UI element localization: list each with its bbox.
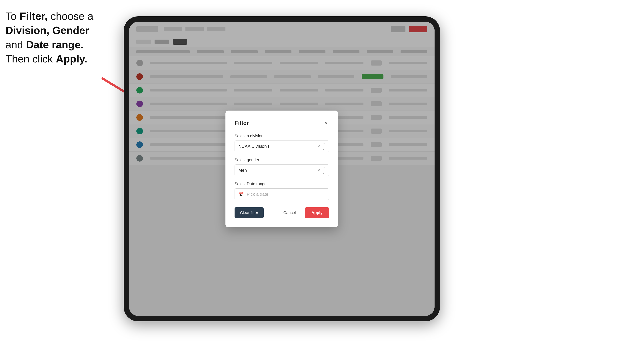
cancel-button[interactable]: Cancel xyxy=(278,207,301,218)
modal-overlay: Filter × Select a division NCAA Division… xyxy=(129,22,434,316)
gender-label: Select gender xyxy=(234,158,329,162)
division-clear-icon[interactable]: × xyxy=(318,144,320,149)
footer-right: Cancel Apply xyxy=(278,207,329,218)
instruction-line2: Division, Gender xyxy=(6,23,114,37)
filter-modal: Filter × Select a division NCAA Division… xyxy=(226,111,338,227)
tablet-screen: Filter × Select a division NCAA Division… xyxy=(129,22,434,316)
clear-filter-button[interactable]: Clear filter xyxy=(234,207,264,218)
modal-footer: Clear filter Cancel Apply xyxy=(234,207,329,218)
division-selected-value: NCAA Division I xyxy=(238,144,269,149)
gender-clear-icon[interactable]: × xyxy=(318,168,320,173)
division-select[interactable]: NCAA Division I × ⌃⌄ xyxy=(234,141,329,152)
apply-button[interactable]: Apply xyxy=(305,207,329,218)
division-label: Select a division xyxy=(234,134,329,138)
division-arrow-icon: ⌃⌄ xyxy=(322,142,325,151)
calendar-icon: 📅 xyxy=(238,192,244,197)
instruction-apply-bold: Apply. xyxy=(56,53,87,65)
modal-close-button[interactable]: × xyxy=(322,120,329,126)
gender-form-group: Select gender Men × ⌃⌄ xyxy=(234,158,329,176)
date-label: Select Date range xyxy=(234,181,329,186)
instruction-daterange-bold: Date range. xyxy=(26,39,84,50)
instruction-panel: To Filter, choose a Division, Gender and… xyxy=(6,9,114,66)
instruction-division-gender-bold: Division, Gender xyxy=(6,24,89,36)
instruction-filter-bold: Filter, xyxy=(20,10,48,22)
division-select-controls: × ⌃⌄ xyxy=(318,142,325,151)
modal-header: Filter × xyxy=(234,120,329,126)
date-placeholder: Pick a date xyxy=(247,192,268,197)
modal-title: Filter xyxy=(234,120,249,126)
instruction-line3: and Date range. xyxy=(6,38,114,52)
instruction-line4: Then click Apply. xyxy=(6,52,114,66)
gender-arrow-icon: ⌃⌄ xyxy=(322,166,325,175)
tablet-frame: Filter × Select a division NCAA Division… xyxy=(124,16,440,321)
date-form-group: Select Date range 📅 Pick a date xyxy=(234,181,329,200)
gender-selected-value: Men xyxy=(238,168,247,173)
gender-select-controls: × ⌃⌄ xyxy=(318,166,325,175)
division-form-group: Select a division NCAA Division I × ⌃⌄ xyxy=(234,134,329,152)
date-input[interactable]: 📅 Pick a date xyxy=(234,188,329,200)
instruction-text: To Filter, choose a xyxy=(6,9,114,23)
gender-select[interactable]: Men × ⌃⌄ xyxy=(234,165,329,176)
